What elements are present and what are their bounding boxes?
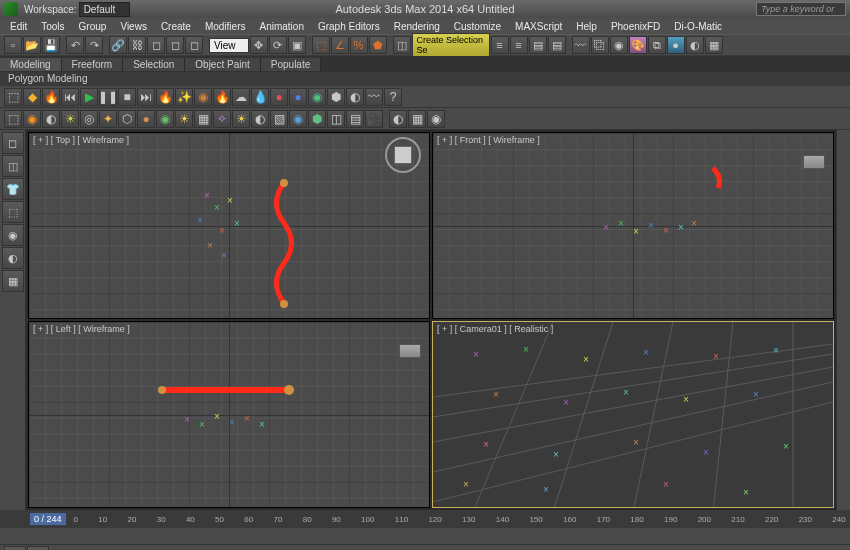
dock-btn[interactable]: ◐ — [2, 247, 24, 269]
fx-btn[interactable]: ◉ — [308, 88, 326, 106]
viewport-top[interactable]: [ + ] [ Top ] [ Wireframe ] ×××××××× — [28, 132, 430, 319]
fx-prev-icon[interactable]: ⏮ — [61, 88, 79, 106]
menu-help[interactable]: Help — [570, 20, 603, 33]
viewport-front[interactable]: [ + ] [ Front ] [ Wireframe ] ××××××× — [432, 132, 834, 319]
schematic-view-icon[interactable]: ⿻ — [591, 36, 609, 54]
fx-btn[interactable]: ◐ — [389, 110, 407, 128]
viewport-label[interactable]: [ + ] [ Camera01 ] [ Realistic ] — [437, 324, 553, 334]
render-icon[interactable]: ▦ — [705, 36, 723, 54]
fx-play-icon[interactable]: ▶ — [80, 88, 98, 106]
menu-create[interactable]: Create — [155, 20, 197, 33]
menu-diomatic[interactable]: Di-O-Matic — [668, 20, 728, 33]
menu-graph-editors[interactable]: Graph Editors — [312, 20, 386, 33]
fx-sun-icon[interactable]: ☀ — [232, 110, 250, 128]
spline-object[interactable] — [708, 163, 748, 193]
select-icon[interactable]: ◻ — [147, 36, 165, 54]
menu-group[interactable]: Group — [73, 20, 113, 33]
scale-icon[interactable]: ▣ — [288, 36, 306, 54]
viewport-label[interactable]: [ + ] [ Top ] [ Wireframe ] — [33, 135, 129, 145]
time-current[interactable]: 0 / 244 — [30, 513, 66, 525]
fx-fire-icon[interactable]: 🔥 — [42, 88, 60, 106]
keyword-search-input[interactable]: Type a keyword or — [756, 2, 846, 16]
select-icon[interactable]: ◻ — [166, 36, 184, 54]
open-icon[interactable]: 📂 — [23, 36, 41, 54]
fx-btn[interactable]: ◎ — [80, 110, 98, 128]
track-bar[interactable] — [0, 528, 850, 544]
fx-btn[interactable]: ◉ — [156, 110, 174, 128]
dock-btn[interactable]: ◻ — [2, 132, 24, 154]
fx-btn[interactable]: ⬢ — [327, 88, 345, 106]
fx-stop-icon[interactable]: ■ — [118, 88, 136, 106]
fx-btn[interactable]: ◐ — [42, 110, 60, 128]
layers-icon[interactable]: ▤ — [529, 36, 547, 54]
mirror-icon[interactable]: ◫ — [393, 36, 411, 54]
fx-btn[interactable]: ◉ — [23, 110, 41, 128]
dock-btn[interactable]: ◫ — [2, 155, 24, 177]
new-icon[interactable]: ▫ — [4, 36, 22, 54]
menu-views[interactable]: Views — [114, 20, 153, 33]
spline-object[interactable] — [259, 178, 319, 308]
redo-icon[interactable]: ↷ — [85, 36, 103, 54]
fx-btn[interactable]: ● — [137, 110, 155, 128]
fx-btn[interactable]: ✧ — [213, 110, 231, 128]
dock-btn[interactable]: ▦ — [2, 270, 24, 292]
fx-btn[interactable]: ◐ — [346, 88, 364, 106]
menu-animation[interactable]: Animation — [253, 20, 309, 33]
fx-btn[interactable]: ◉ — [194, 88, 212, 106]
render-frame-icon[interactable]: ⧉ — [648, 36, 666, 54]
fx-btn[interactable]: ▦ — [194, 110, 212, 128]
fx-btn[interactable]: ⬚ — [4, 88, 22, 106]
menu-modifiers[interactable]: Modifiers — [199, 20, 252, 33]
lock-selection-icon[interactable]: 🔒 — [27, 546, 49, 551]
coord-system-selector[interactable]: View — [209, 38, 249, 53]
undo-icon[interactable]: ↶ — [66, 36, 84, 54]
spinner-snap-icon[interactable]: ⬟ — [369, 36, 387, 54]
fx-sun-icon[interactable]: ☀ — [175, 110, 193, 128]
fx-btn[interactable]: ◉ — [427, 110, 445, 128]
fx-btn[interactable]: ▤ — [346, 110, 364, 128]
render-setup-icon[interactable]: 🎨 — [629, 36, 647, 54]
fx-fire-icon[interactable]: 🔥 — [213, 88, 231, 106]
fx-help-icon[interactable]: ? — [384, 88, 402, 106]
viewport-camera[interactable]: [ + ] [ Camera01 ] [ Realistic ] ×××××× … — [432, 321, 834, 508]
ribbon-tab-modeling[interactable]: Modeling — [0, 58, 62, 71]
fx-btn[interactable]: ✦ — [99, 110, 117, 128]
dock-btn[interactable]: ⬚ — [2, 201, 24, 223]
menu-maxscript[interactable]: MAXScript — [509, 20, 568, 33]
fx-btn[interactable]: ● — [289, 88, 307, 106]
percent-snap-icon[interactable]: % — [350, 36, 368, 54]
render-icon[interactable]: ● — [667, 36, 685, 54]
viewcube-mini[interactable] — [399, 344, 421, 358]
move-icon[interactable]: ✥ — [250, 36, 268, 54]
snap-icon[interactable]: ⬚ — [312, 36, 330, 54]
align-icon[interactable]: ≡ — [491, 36, 509, 54]
workspace-selector[interactable]: Default — [79, 2, 131, 17]
material-editor-icon[interactable]: ◉ — [610, 36, 628, 54]
curve-editor-icon[interactable]: 〰 — [572, 36, 590, 54]
menu-phoenixfd[interactable]: PhoenixFD — [605, 20, 666, 33]
fx-btn[interactable]: ▧ — [270, 110, 288, 128]
rotate-icon[interactable]: ⟳ — [269, 36, 287, 54]
render-icon[interactable]: ◐ — [686, 36, 704, 54]
align-icon[interactable]: ≡ — [510, 36, 528, 54]
fx-btn[interactable]: ✨ — [175, 88, 193, 106]
menu-edit[interactable]: Edit — [4, 20, 33, 33]
fx-btn[interactable]: ▦ — [408, 110, 426, 128]
viewport-label[interactable]: [ + ] [ Left ] [ Wireframe ] — [33, 324, 130, 334]
ribbon-tab-freeform[interactable]: Freeform — [62, 58, 124, 71]
viewport-left[interactable]: [ + ] [ Left ] [ Wireframe ] ×××××× — [28, 321, 430, 508]
save-icon[interactable]: 💾 — [42, 36, 60, 54]
viewport-label[interactable]: [ + ] [ Front ] [ Wireframe ] — [437, 135, 540, 145]
maxscript-listener-icon[interactable]: > — [4, 546, 26, 551]
fx-btn[interactable]: ⬚ — [4, 110, 22, 128]
fx-water-icon[interactable]: 💧 — [251, 88, 269, 106]
fx-pause-icon[interactable]: ❚❚ — [99, 88, 117, 106]
fx-btn[interactable]: 🎥 — [365, 110, 383, 128]
fx-btn[interactable]: ◉ — [289, 110, 307, 128]
menu-customize[interactable]: Customize — [448, 20, 507, 33]
fx-btn[interactable]: ⬢ — [308, 110, 326, 128]
fx-fire-icon[interactable]: 🔥 — [156, 88, 174, 106]
link-icon[interactable]: 🔗 — [109, 36, 127, 54]
fx-btn[interactable]: ● — [270, 88, 288, 106]
ribbon-tab-selection[interactable]: Selection — [123, 58, 185, 71]
